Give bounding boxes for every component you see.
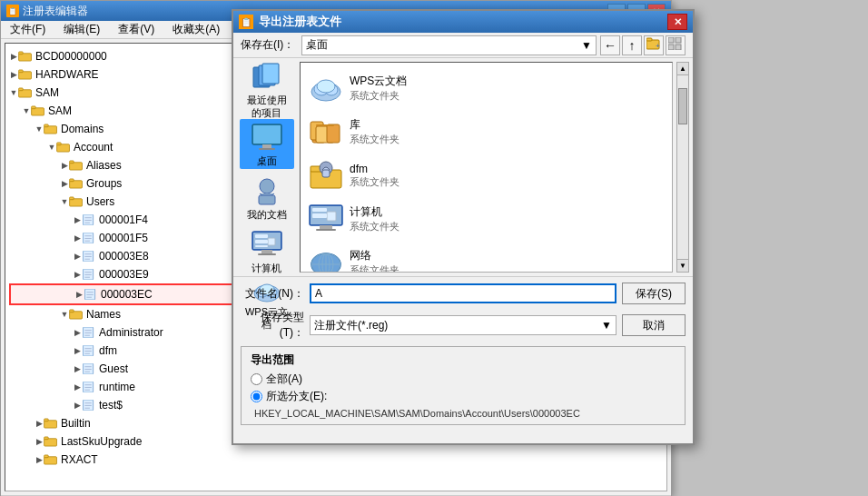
expand-arrow[interactable]: ▶ — [73, 270, 82, 279]
expand-arrow[interactable]: ▼ — [60, 310, 69, 319]
tree-item-label: Account — [74, 139, 113, 155]
new-folder-btn[interactable]: + — [644, 35, 664, 55]
svg-rect-70 — [676, 37, 681, 43]
menu-file[interactable]: 文件(F) — [5, 20, 51, 39]
tree-item-label: Builtin — [61, 415, 91, 432]
shortcut-recent[interactable]: 最近使用的项目 — [240, 65, 294, 115]
file-item-computer[interactable]: 计算机 系统文件夹 — [304, 197, 668, 241]
key-icon — [82, 382, 96, 392]
menu-favorites[interactable]: 收藏夹(A) — [167, 20, 225, 39]
expand-arrow[interactable]: ▶ — [73, 346, 82, 355]
back-btn[interactable]: ← — [600, 35, 620, 55]
expand-arrow[interactable]: ▼ — [47, 143, 56, 152]
file-desc-computer: 系统文件夹 — [350, 220, 399, 233]
svg-rect-84 — [261, 250, 272, 253]
shortcut-documents[interactable]: 我的文档 — [240, 173, 294, 223]
svg-rect-86 — [268, 238, 275, 245]
svg-rect-7 — [32, 106, 36, 109]
menu-view[interactable]: 查看(V) — [113, 20, 160, 39]
save-button[interactable]: 保存(S) — [622, 283, 686, 304]
scrollbar[interactable]: ▲ ▼ — [676, 62, 689, 273]
radio-all[interactable] — [251, 373, 262, 385]
expand-arrow[interactable]: ▶ — [9, 52, 18, 61]
expand-arrow[interactable]: ▶ — [73, 215, 82, 224]
expand-arrow[interactable]: ▶ — [60, 179, 69, 188]
file-item-network[interactable]: 网络 系统文件夹 — [304, 241, 668, 273]
svg-rect-26 — [84, 251, 94, 262]
expand-arrow[interactable]: ▶ — [35, 437, 44, 446]
key-icon — [82, 251, 96, 262]
expand-arrow[interactable]: ▼ — [22, 106, 31, 115]
folder-icon — [18, 87, 33, 98]
dialog-close-btn[interactable]: ✕ — [667, 14, 687, 30]
file-item-dfm[interactable]: dfm 系统文件夹 — [304, 154, 668, 197]
file-icon-computer — [308, 201, 344, 237]
filetype-combo[interactable]: 注册文件(*.reg) ▼ — [310, 315, 616, 335]
expand-arrow[interactable]: ▶ — [73, 401, 82, 410]
toolbar-buttons: ← ↑ + — [600, 35, 686, 55]
regedit-icon: 📋 — [6, 5, 19, 17]
view-btn[interactable] — [666, 35, 686, 55]
file-item-library[interactable]: 库 系统文件夹 — [304, 110, 668, 154]
scrollbar-thumb[interactable] — [678, 88, 687, 124]
tree-item-label: HARDWARE — [35, 66, 99, 83]
svg-rect-112 — [312, 208, 327, 212]
expand-arrow[interactable]: ▶ — [9, 70, 18, 79]
svg-rect-77 — [253, 125, 281, 144]
location-combo[interactable]: 桌面 ▼ — [301, 35, 597, 55]
radio-selected[interactable] — [251, 391, 262, 402]
folder-icon — [44, 436, 58, 447]
svg-rect-71 — [668, 45, 674, 50]
file-name-dfm: dfm — [350, 163, 399, 175]
svg-rect-78 — [262, 144, 271, 148]
shortcut-computer[interactable]: 计算机 — [240, 226, 294, 276]
svg-rect-113 — [312, 213, 327, 218]
expand-arrow[interactable]: ▶ — [73, 233, 82, 243]
scroll-up-btn[interactable]: ▲ — [677, 63, 688, 75]
key-icon — [82, 363, 96, 374]
svg-rect-110 — [316, 229, 336, 231]
svg-rect-15 — [70, 179, 74, 182]
folder-icon — [69, 309, 84, 320]
svg-rect-79 — [259, 148, 275, 150]
key-icon — [82, 327, 96, 338]
up-btn[interactable]: ↑ — [622, 35, 642, 55]
svg-rect-85 — [258, 253, 276, 255]
expand-arrow[interactable]: ▶ — [35, 455, 44, 464]
tree-item[interactable]: ▶ RXACT — [9, 451, 663, 469]
radio-selected-row: 所选分支(E): — [251, 389, 676, 404]
filename-input[interactable] — [310, 283, 616, 303]
expand-arrow[interactable]: ▶ — [35, 419, 44, 428]
file-icon-library — [308, 114, 344, 150]
svg-rect-102 — [316, 124, 334, 126]
expand-arrow[interactable]: ▶ — [73, 382, 82, 392]
export-dialog: 📋 导出注册表文件 ✕ 保存在(I)： 桌面 ▼ ← ↑ + — [232, 9, 695, 445]
tree-item-label: LastSkuUpgrade — [61, 433, 142, 450]
shortcut-desktop[interactable]: 桌面 — [240, 119, 294, 169]
view-icon — [668, 37, 683, 53]
expand-arrow[interactable]: ▶ — [73, 252, 82, 261]
expand-arrow[interactable]: ▼ — [35, 124, 44, 134]
file-list[interactable]: WPS云文档 系统文件夹 库 系统文件夹 — [300, 62, 673, 273]
dialog-toolbar: 保存在(I)： 桌面 ▼ ← ↑ + — [233, 33, 693, 58]
expand-arrow[interactable]: ▶ — [73, 364, 82, 373]
file-desc-dfm: 系统文件夹 — [350, 175, 399, 189]
file-item-wps-cloud[interactable]: WPS云文档 系统文件夹 — [304, 66, 668, 110]
cancel-button[interactable]: 取消 — [622, 314, 686, 336]
tree-item-label: Administrator — [99, 324, 163, 341]
menu-edit[interactable]: 编辑(E) — [58, 20, 105, 39]
scroll-down-btn[interactable]: ▼ — [677, 259, 688, 272]
file-name-network: 网络 — [350, 248, 399, 263]
svg-rect-101 — [327, 124, 340, 143]
expand-arrow[interactable]: ▶ — [60, 161, 69, 170]
expand-arrow[interactable]: ▶ — [74, 290, 84, 299]
expand-arrow[interactable]: ▶ — [73, 328, 82, 337]
folder-icon — [69, 196, 84, 207]
svg-rect-13 — [70, 161, 74, 164]
svg-rect-109 — [320, 225, 332, 229]
computer-label: 计算机 — [252, 263, 281, 274]
key-icon — [82, 214, 96, 225]
svg-rect-67 — [646, 38, 652, 41]
expand-arrow[interactable]: ▼ — [9, 88, 18, 97]
expand-arrow[interactable]: ▼ — [60, 197, 69, 206]
